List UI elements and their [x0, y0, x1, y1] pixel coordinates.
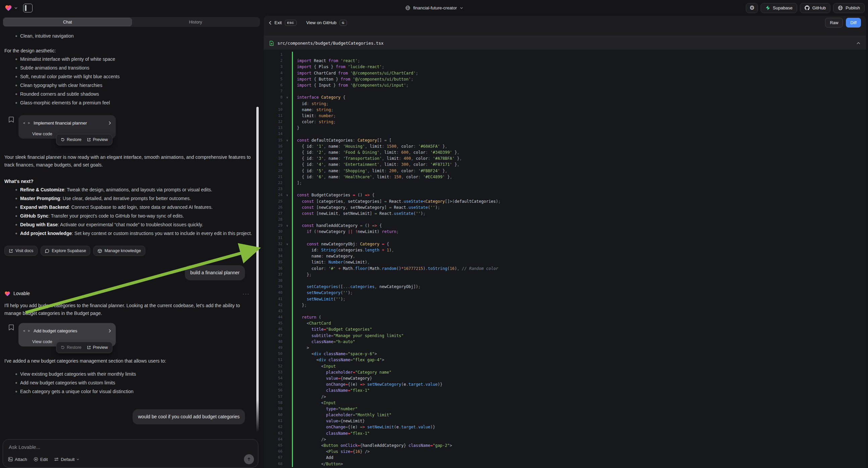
fold-gutter [282, 448, 292, 455]
line-number: 41 [264, 296, 282, 302]
code-line: 5import { Button } from '@/components/ui… [264, 76, 866, 82]
chevron-left-icon[interactable] [269, 21, 272, 25]
fold-gutter [282, 247, 292, 253]
github-button[interactable]: GitHub [800, 3, 830, 13]
code-text [292, 216, 866, 223]
chat-scroll-area[interactable]: Clean, intuitive navigation For the desi… [0, 29, 264, 434]
code-text: const [categories, setCategories] = Reac… [292, 198, 866, 204]
send-button[interactable] [244, 454, 254, 464]
code-line: 13} [264, 125, 866, 131]
line-number: 8 [264, 94, 282, 100]
fold-gutter [282, 357, 292, 363]
code-line: 38 [264, 277, 866, 284]
edit-card-title: Add budget categories [34, 327, 77, 335]
fold-chevron-icon[interactable]: ∨ [282, 223, 292, 229]
chat-scrollbar-thumb[interactable] [256, 107, 259, 432]
attach-button[interactable]: Attach [8, 457, 27, 462]
line-number: 37 [264, 272, 282, 277]
bookmark-icon[interactable] [8, 324, 14, 352]
list-item: Refine & Customize: Tweak the design, an… [4, 185, 255, 194]
model-selector[interactable]: Default [54, 457, 79, 462]
code-line: 35 limit: Number(newLimit), [264, 259, 866, 265]
chevron-down-icon[interactable] [14, 7, 18, 9]
line-number: 63 [264, 430, 282, 436]
code-text: name: string; [292, 107, 866, 113]
code-text: value={newLimit} [292, 418, 866, 424]
tab-chat[interactable]: Chat [3, 18, 132, 26]
code-text: id: String(categories.length + 1), [292, 247, 866, 253]
assistant-paragraph: I've added a new budget categories manag… [4, 357, 255, 365]
fold-chevron-icon[interactable]: ∨ [282, 192, 292, 198]
fold-chevron-icon[interactable]: ∨ [282, 241, 292, 247]
sidebar-toggle-icon[interactable] [23, 4, 33, 12]
line-number: 28 [264, 216, 282, 223]
code-line: 31 [264, 235, 866, 241]
view-on-github-link[interactable]: View on GitHub [306, 20, 337, 25]
project-switcher[interactable]: financial-future-creator [405, 0, 463, 16]
fold-gutter [282, 210, 292, 216]
fold-gutter [282, 461, 292, 467]
code-text: limit: number; [292, 113, 866, 119]
fold-gutter [282, 375, 292, 381]
fold-chevron-icon[interactable]: ∨ [282, 94, 292, 100]
visit-docs-button[interactable]: Visit docs [4, 246, 38, 256]
line-number: 21 [264, 174, 282, 180]
code-text: ]; [292, 180, 866, 186]
fold-gutter [282, 101, 292, 107]
raw-toggle-button[interactable]: Raw [825, 18, 843, 28]
code-text: }; [292, 302, 866, 308]
publish-globe-icon [838, 5, 843, 10]
supabase-button[interactable]: Supabase [761, 3, 797, 13]
quick-actions: Visit docsExplore SupabaseManage knowled… [4, 246, 255, 256]
line-number: 13 [264, 125, 282, 131]
code-line: 15∨const defaultCategories: Category[] =… [264, 137, 866, 143]
code-line: 58 <Input [264, 400, 866, 406]
restore-button[interactable]: Restore [61, 136, 82, 144]
diff-toggle-button[interactable]: Diff [846, 18, 861, 28]
list-item: Soft, neutral color palette with light b… [4, 72, 255, 81]
list-item: Each category gets a unique color for vi… [4, 387, 255, 396]
code-text: placeholder="Monthly limit" [292, 412, 866, 418]
line-number: 5 [264, 76, 282, 82]
edit-mode-button[interactable]: Edit [34, 457, 48, 462]
code-line: 55 onChange={(e) => setNewCategory(e.tar… [264, 381, 866, 387]
line-number: 14 [264, 131, 282, 137]
code-text [292, 308, 866, 314]
manage-knowledge-button[interactable]: Manage knowledge [93, 246, 145, 256]
line-number: 59 [264, 406, 282, 412]
list-item: Add project knowledge: Set key context o… [4, 229, 255, 238]
preview-button[interactable]: Preview [87, 344, 108, 351]
chat-composer[interactable]: Ask Lovable... Attach Edit Default [3, 439, 258, 468]
file-header[interactable]: src/components/budget/BudgetCategories.t… [264, 36, 866, 50]
restore-icon [61, 138, 65, 142]
fold-chevron-icon[interactable]: ∨ [282, 137, 292, 143]
line-number: 35 [264, 259, 282, 265]
lovable-logo-heart-icon[interactable] [5, 4, 12, 12]
line-number: 61 [264, 418, 282, 424]
fold-gutter [282, 266, 292, 272]
line-number: 9 [264, 101, 282, 107]
code-editor[interactable]: 12import React from 'react';3import { Pl… [264, 50, 866, 468]
line-number: 60 [264, 412, 282, 418]
code-line: 34 name: newCategory, [264, 253, 866, 259]
tab-history[interactable]: History [132, 18, 260, 26]
line-number: 11 [264, 113, 282, 119]
code-text: { id: '5', name: 'Shopping', limit: 200,… [292, 168, 866, 174]
settings-button[interactable]: ⚙ [746, 3, 758, 13]
preview-button[interactable]: Preview [87, 136, 108, 144]
exit-button[interactable]: Exit [275, 20, 282, 25]
code-text: setNewCategory(''); [292, 290, 866, 296]
publish-button[interactable]: Publish [833, 3, 865, 13]
code-text: const [newCategory, setNewCategory] = Re… [292, 204, 866, 210]
chevron-up-icon[interactable] [857, 42, 860, 44]
top-bar: financial-future-creator ⚙ Supabase GitH… [0, 0, 868, 16]
bookmark-icon[interactable] [8, 117, 14, 145]
code-line: 68 </Button> [264, 461, 866, 467]
fold-gutter [282, 387, 292, 393]
code-text: <div className="space-y-6"> [292, 351, 866, 357]
list-item: View existing budget categories with the… [4, 370, 255, 378]
more-options-icon[interactable]: ··· [243, 290, 250, 297]
restore-button[interactable]: Restore [61, 344, 82, 351]
chat-input[interactable]: Ask Lovable... [9, 444, 40, 450]
explore-supabase-button[interactable]: Explore Supabase [40, 246, 90, 256]
